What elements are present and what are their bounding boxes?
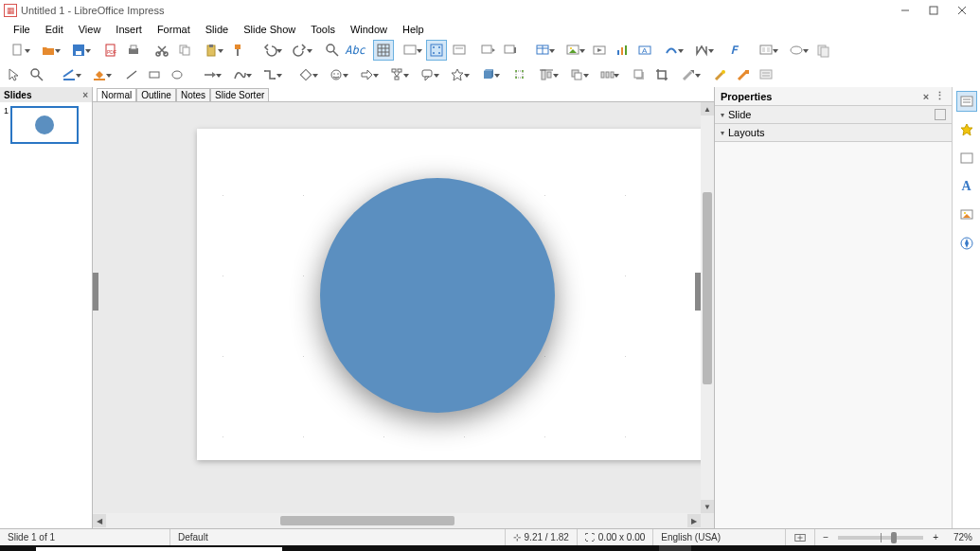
scroll-up-button[interactable]: ▲ — [701, 102, 714, 116]
tab-outline[interactable]: Outline — [136, 88, 176, 101]
tab-slidesorter[interactable]: Slide Sorter — [210, 88, 269, 101]
deck-properties-button[interactable] — [956, 91, 977, 112]
insert-line-button[interactable] — [121, 64, 142, 85]
paste-button[interactable] — [197, 40, 225, 61]
ellipse-shape[interactable] — [320, 178, 555, 413]
menu-file[interactable]: File — [6, 23, 38, 36]
symbol-shapes-button[interactable] — [322, 64, 350, 85]
fill-color-button[interactable] — [85, 64, 114, 85]
properties-section-slide[interactable]: ▾ Slide — [715, 106, 952, 124]
show-gluepoints-button[interactable] — [733, 64, 754, 85]
store-icon[interactable] — [466, 545, 498, 551]
new-slide-button[interactable] — [782, 40, 811, 61]
deck-master-slides-button[interactable]: A — [956, 176, 977, 197]
slide-canvas[interactable] — [197, 129, 714, 460]
fit-slide-button[interactable] — [786, 529, 815, 545]
open-button[interactable] — [34, 40, 62, 61]
deck-navigator-button[interactable] — [956, 233, 977, 254]
display-views-button[interactable] — [396, 40, 424, 61]
slide-thumbnail-1[interactable]: 1 — [4, 106, 88, 144]
toggle-extrusion-button[interactable] — [710, 64, 731, 85]
scroll-right-button[interactable]: ▶ — [687, 514, 701, 527]
select-tool-button[interactable] — [4, 64, 25, 85]
menu-tools[interactable]: Tools — [303, 23, 343, 36]
rectangle-button[interactable] — [144, 64, 165, 85]
connectors-button[interactable] — [256, 64, 284, 85]
copy-button[interactable] — [174, 40, 195, 61]
curves-polygons-button[interactable] — [225, 64, 254, 85]
zoom-tool-button[interactable] — [27, 64, 47, 85]
lines-arrows-button[interactable] — [195, 64, 223, 85]
insert-fontwork-button[interactable] — [657, 40, 686, 61]
insert-special-char-button[interactable] — [687, 40, 716, 61]
print-button[interactable] — [123, 40, 144, 61]
start-first-slide-button[interactable] — [477, 40, 498, 61]
spellcheck-button[interactable]: Abc — [345, 40, 365, 61]
workarea[interactable]: ▲ ▼ ◀ ▶ — [93, 102, 714, 528]
menu-help[interactable]: Help — [395, 23, 432, 36]
vertical-scroll-thumb[interactable] — [703, 192, 712, 384]
maximize-button[interactable] — [919, 1, 948, 20]
section-slide-icon[interactable] — [935, 109, 946, 120]
export-pdf-button[interactable]: PDF — [100, 40, 121, 61]
flowchart-button[interactable] — [383, 64, 411, 85]
insert-image-button[interactable] — [559, 40, 587, 61]
slides-panel-close[interactable]: × — [82, 90, 88, 100]
zoom-in-button[interactable]: + — [933, 532, 938, 542]
clone-format-button[interactable] — [227, 40, 248, 61]
redo-button[interactable] — [286, 40, 314, 61]
find-replace-button[interactable] — [322, 40, 343, 61]
task-view-icon[interactable] — [337, 545, 369, 551]
rotate-button[interactable] — [509, 64, 530, 85]
3d-objects-button[interactable] — [473, 64, 502, 85]
arrange-button[interactable] — [562, 64, 591, 85]
new-button[interactable] — [4, 40, 32, 61]
slide-layout-button[interactable] — [752, 40, 780, 61]
toggle-point-edit-button[interactable] — [756, 64, 776, 85]
menu-format[interactable]: Format — [150, 23, 198, 36]
horizontal-scrollbar[interactable]: ◀ ▶ — [93, 513, 701, 528]
horizontal-scroll-thumb[interactable] — [280, 516, 454, 525]
insert-textbox-button[interactable]: A — [634, 40, 655, 61]
insert-chart-button[interactable] — [612, 40, 633, 61]
crop-image-button[interactable] — [651, 64, 672, 85]
file-explorer-icon[interactable] — [369, 545, 401, 551]
menu-slideshow[interactable]: Slide Show — [236, 23, 303, 36]
block-arrows-button[interactable] — [352, 64, 381, 85]
tab-normal[interactable]: Normal — [97, 88, 136, 101]
stars-banners-button[interactable] — [443, 64, 472, 85]
snap-grid-button[interactable] — [426, 40, 447, 61]
word-icon[interactable]: W — [562, 545, 595, 551]
filter-button[interactable] — [674, 64, 703, 85]
menu-view[interactable]: View — [71, 23, 109, 36]
status-zoom[interactable]: 72% — [953, 532, 972, 542]
menu-edit[interactable]: Edit — [38, 23, 71, 36]
left-splitter[interactable] — [93, 273, 98, 311]
insert-hyperlink-button[interactable]: F — [723, 40, 744, 61]
cortana-icon[interactable] — [305, 545, 337, 551]
distribute-button[interactable] — [593, 64, 621, 85]
undo-button[interactable] — [256, 40, 284, 61]
status-language[interactable]: English (USA) — [661, 532, 721, 542]
scroll-down-button[interactable]: ▼ — [701, 500, 714, 513]
tab-notes[interactable]: Notes — [176, 88, 210, 101]
properties-menu[interactable]: ⋮ — [933, 90, 946, 102]
deck-gallery-button[interactable] — [956, 204, 977, 225]
settings-icon[interactable] — [530, 545, 562, 551]
callouts-button[interactable] — [413, 64, 441, 85]
insert-table-button[interactable] — [528, 40, 557, 61]
shadow-button[interactable] — [629, 64, 650, 85]
close-button[interactable] — [948, 1, 976, 20]
chrome-icon[interactable] — [401, 545, 434, 551]
menu-slide[interactable]: Slide — [198, 23, 236, 36]
zoom-out-button[interactable]: − — [823, 532, 829, 542]
menu-window[interactable]: Window — [343, 23, 395, 36]
misc-app-icon[interactable] — [627, 545, 659, 551]
start-current-slide-button[interactable] — [500, 40, 521, 61]
insert-av-button[interactable] — [589, 40, 610, 61]
edge-icon[interactable] — [434, 545, 466, 551]
save-button[interactable] — [64, 40, 93, 61]
taskbar-search[interactable]: Type here to search — [36, 547, 282, 551]
ellipse-button[interactable] — [167, 64, 187, 85]
duplicate-slide-button[interactable] — [812, 40, 833, 61]
